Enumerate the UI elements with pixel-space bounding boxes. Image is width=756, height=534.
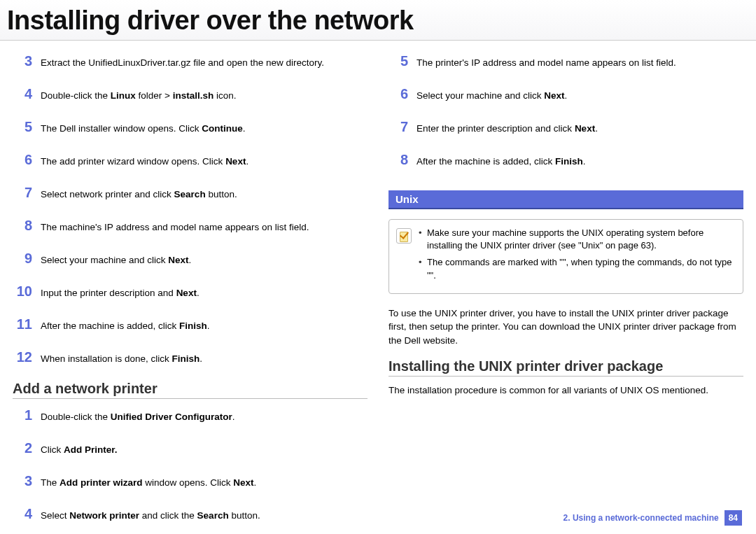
step-number: 6 [13, 150, 32, 169]
left-column: 3Extract the UnifiedLinuxDriver.tar.gz f… [13, 52, 368, 534]
content-columns: 3Extract the UnifiedLinuxDriver.tar.gz f… [0, 41, 756, 534]
note-list: Make sure your machine supports the UNIX… [419, 227, 734, 286]
step-item: 6Select your machine and click Next. [388, 85, 743, 104]
step-text: Select your machine and click Next. [416, 90, 567, 102]
step-item: 3Extract the UnifiedLinuxDriver.tar.gz f… [13, 52, 368, 71]
step-text: Double-click the Unified Driver Configur… [41, 411, 235, 423]
step-item: 3The Add printer wizard window opens. Cl… [13, 472, 368, 491]
steps-list-right-top: 5The printer's IP address and model name… [388, 52, 743, 169]
step-text: Select network printer and click Search … [41, 188, 237, 201]
footer-chapter: 2. Using a network-connected machine [564, 513, 719, 523]
step-number: 7 [13, 183, 32, 202]
step-number: 7 [388, 118, 408, 136]
page-footer: 2. Using a network-connected machine 84 [564, 510, 742, 526]
step-number: 5 [388, 52, 408, 71]
step-text: The Add printer wizard window opens. Cli… [41, 477, 256, 489]
steps-list-2: 1Double-click the Unified Driver Configu… [13, 406, 368, 524]
unix-procedure-paragraph: The installation procedure is common for… [388, 384, 743, 398]
step-item: 1Double-click the Unified Driver Configu… [13, 406, 368, 425]
right-column: 5The printer's IP address and model name… [388, 52, 743, 534]
step-number: 5 [13, 118, 32, 136]
step-text: Double-click the Linux folder > install.… [41, 90, 237, 102]
unix-banner: Unix [388, 190, 743, 209]
step-number: 1 [13, 406, 32, 425]
step-number: 3 [13, 52, 32, 71]
step-number: 2 [13, 439, 32, 458]
note-icon [396, 228, 412, 244]
step-text: The add printer wizard window opens. Cli… [41, 155, 248, 168]
step-number: 6 [388, 85, 408, 104]
step-number: 12 [13, 348, 32, 367]
subhead-unix-package: Installing the UNIX printer driver packa… [388, 358, 743, 377]
step-text: Extract the UnifiedLinuxDriver.tar.gz fi… [41, 57, 324, 69]
subhead-add-network-printer: Add a network printer [13, 381, 368, 399]
step-text: Select Network printer and click the Sea… [41, 510, 260, 522]
note-box: Make sure your machine supports the UNIX… [388, 219, 743, 294]
step-text: Select your machine and click Next. [41, 254, 191, 267]
step-item: 12When installation is done, click Finis… [13, 348, 368, 367]
step-item: 9Select your machine and click Next. [13, 249, 368, 268]
step-number: 11 [13, 315, 32, 334]
step-number: 3 [13, 472, 32, 491]
step-item: 8After the machine is added, click Finis… [388, 150, 743, 169]
step-text: After the machine is added, click Finish… [41, 320, 210, 332]
step-item: 7Enter the printer description and click… [388, 118, 743, 136]
step-number: 9 [13, 249, 32, 268]
page-title: Installing driver over the network [0, 0, 756, 41]
step-number: 8 [13, 216, 32, 235]
step-text: The machine's IP address and model name … [41, 221, 309, 234]
step-text: The Dell installer window opens. Click C… [41, 122, 246, 135]
steps-list-1: 3Extract the UnifiedLinuxDriver.tar.gz f… [13, 52, 368, 367]
step-text: Click Add Printer. [41, 444, 118, 456]
step-text: After the machine is added, click Finish… [416, 155, 586, 168]
step-number: 10 [13, 282, 32, 301]
step-item: 8The machine's IP address and model name… [13, 216, 368, 235]
step-text: Enter the printer description and click … [416, 122, 598, 135]
step-text: The printer's IP address and model name … [416, 57, 676, 69]
step-item: 10Input the printer description and Next… [13, 282, 368, 301]
footer-page-number: 84 [724, 510, 742, 526]
step-item: 5The printer's IP address and model name… [388, 52, 743, 71]
step-item: 11After the machine is added, click Fini… [13, 315, 368, 334]
step-number: 4 [13, 505, 32, 524]
step-item: 6The add printer wizard window opens. Cl… [13, 150, 368, 169]
step-number: 4 [13, 85, 32, 104]
step-item: 5The Dell installer window opens. Click … [13, 118, 368, 136]
step-item: 2Click Add Printer. [13, 439, 368, 458]
note-item: Make sure your machine supports the UNIX… [419, 227, 734, 252]
step-item: 4Select Network printer and click the Se… [13, 505, 368, 524]
step-item: 4Double-click the Linux folder > install… [13, 85, 368, 104]
step-text: Input the printer description and Next. [41, 287, 200, 300]
step-number: 8 [388, 150, 408, 169]
unix-intro-paragraph: To use the UNIX printer driver, you have… [388, 307, 743, 348]
note-item: The commands are marked with "", when ty… [419, 256, 734, 281]
step-text: When installation is done, click Finish. [41, 353, 202, 365]
step-item: 7Select network printer and click Search… [13, 183, 368, 202]
